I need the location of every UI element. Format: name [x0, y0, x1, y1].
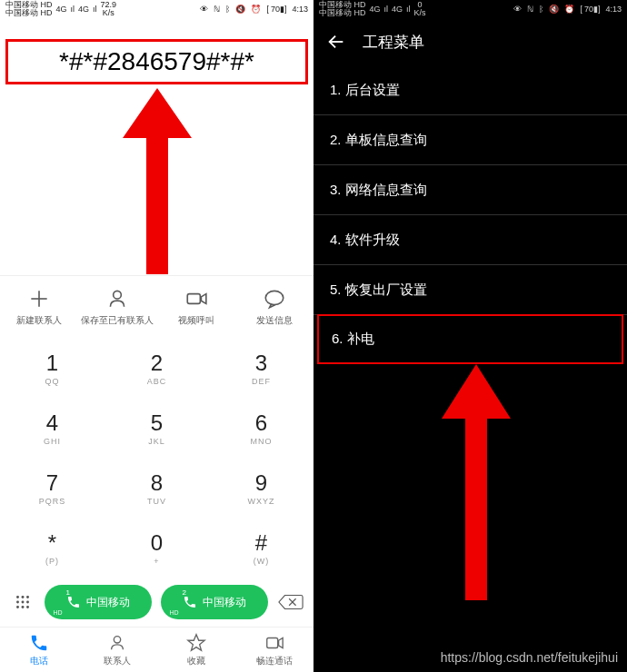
nfc-icon-r: ℕ — [527, 5, 533, 14]
menu-item-1[interactable]: 1. 后台设置 — [314, 65, 627, 115]
svg-point-3 — [114, 292, 122, 300]
svg-point-10 — [16, 601, 19, 604]
key-2[interactable]: 2ABC — [104, 338, 209, 398]
svg-point-12 — [26, 601, 29, 604]
key-sub: JKL — [148, 437, 165, 446]
key-#[interactable]: #(W) — [209, 518, 314, 578]
key-3[interactable]: 3DEF — [209, 338, 314, 398]
menu-item-4[interactable]: 4. 软件升级 — [314, 215, 627, 265]
svg-point-18 — [114, 636, 121, 642]
menu-list: 1. 后台设置2. 单板信息查询3. 网络信息查询4. 软件升级5. 恢复出厂设… — [314, 65, 627, 364]
key-sub: (P) — [45, 557, 59, 566]
signal-4g-2-r: 4G — [392, 5, 403, 14]
arrow-space-left — [0, 88, 314, 275]
keypad: 1QQ2ABC3DEF4GHI5JKL6MNO7PQRS8TUV9WXYZ*(P… — [0, 338, 314, 578]
save-contact-button[interactable]: 保存至已有联系人 — [78, 276, 156, 338]
back-arrow-button[interactable] — [326, 32, 346, 52]
video-icon — [184, 287, 208, 311]
keypad-row: *(P)0+#(W) — [0, 518, 314, 578]
key-6[interactable]: 6MNO — [209, 398, 314, 458]
send-msg-label: 发送信息 — [256, 314, 293, 327]
nav-smooth-label: 畅连通话 — [256, 655, 293, 667]
new-contact-label: 新建联系人 — [16, 314, 62, 327]
key-main: # — [255, 530, 267, 556]
svg-marker-21 — [278, 637, 283, 647]
battery-icon: [70▮] — [266, 5, 286, 14]
status-bar-left: 中国移动 HD 中国移动 HD 4G ıl 4G ıl 72.9 K/s 👁 ℕ… — [0, 0, 314, 17]
key-main: 7 — [46, 470, 58, 496]
key-main: 8 — [151, 470, 163, 496]
eye-icon-r: 👁 — [513, 5, 522, 14]
key-9[interactable]: 9WXYZ — [209, 458, 314, 518]
key-main: * — [48, 530, 56, 556]
key-*[interactable]: *(P) — [0, 518, 104, 578]
mute-icon-r: 🔇 — [549, 5, 559, 14]
call-row: 1 中国移动 HD 2 中国移动 HD — [0, 578, 314, 627]
menu-item-5[interactable]: 5. 恢复出厂设置 — [314, 265, 627, 315]
svg-point-15 — [26, 606, 29, 608]
watermark: https://blog.csdn.net/feitukejihui — [441, 650, 618, 665]
key-7[interactable]: 7PQRS — [0, 458, 104, 518]
nav-favorites-label: 收藏 — [187, 655, 205, 667]
status-carrier-right: 中国移动 HD 中国移动 HD 4G ıl 4G ıl 0 K/s — [319, 1, 426, 17]
red-arrow-left — [121, 88, 194, 274]
nav-phone-tab[interactable]: 电话 — [0, 628, 78, 672]
keypad-row: 1QQ2ABC3DEF — [0, 338, 314, 398]
mute-icon: 🔇 — [235, 5, 245, 14]
menu-item-3[interactable]: 3. 网络信息查询 — [314, 165, 627, 215]
person-icon — [105, 287, 129, 311]
call-button-sim1[interactable]: 1 中国移动 HD — [45, 585, 152, 619]
carrier-line2: 中国移动 HD — [5, 8, 53, 17]
save-contact-label: 保存至已有联系人 — [81, 314, 154, 327]
alarm-icon-r: ⏰ — [564, 5, 574, 14]
key-sub: QQ — [45, 377, 59, 386]
arrow-space-right — [314, 364, 627, 628]
new-contact-button[interactable]: 新建联系人 — [0, 276, 78, 338]
menu-title: 工程菜单 — [363, 32, 424, 53]
keypad-row: 7PQRS8TUV9WXYZ — [0, 458, 314, 518]
svg-point-14 — [21, 606, 24, 608]
backspace-button[interactable] — [277, 593, 304, 611]
menu-item-6[interactable]: 6. 补电 — [317, 314, 623, 364]
alarm-icon: ⏰ — [251, 5, 261, 14]
key-1[interactable]: 1QQ — [0, 338, 104, 398]
key-sub: WXYZ — [248, 497, 275, 506]
svg-point-6 — [265, 292, 284, 305]
signal-4g-1: 4G — [56, 5, 67, 14]
key-main: 2 — [151, 351, 163, 376]
bluetooth-icon-r: ᛒ — [539, 5, 543, 14]
dialed-number-highlight[interactable]: *#*#2846579#*#* — [5, 39, 308, 84]
sim1-num: 1 — [66, 588, 70, 597]
speech-icon — [263, 287, 286, 311]
call-button-sim2[interactable]: 2 中国移动 HD — [161, 585, 268, 619]
key-sub: TUV — [147, 497, 166, 506]
dialpad-toggle-icon[interactable] — [10, 589, 35, 615]
key-main: 5 — [151, 410, 163, 436]
nav-contacts-tab[interactable]: 联系人 — [78, 628, 156, 672]
bottom-nav: 电话 联系人 收藏 畅连通话 — [0, 627, 314, 672]
menu-header: 工程菜单 — [314, 18, 627, 65]
send-msg-button[interactable]: 发送信息 — [235, 276, 314, 338]
dial-display-wrap: *#*#2846579#*#* — [0, 17, 314, 88]
call-btn1-label: 中国移动 — [86, 595, 130, 610]
time-left: 4:13 — [292, 5, 308, 14]
key-5[interactable]: 5JKL — [104, 398, 209, 458]
nav-favorites-tab[interactable]: 收藏 — [157, 628, 235, 672]
key-sub: GHI — [44, 437, 61, 446]
key-4[interactable]: 4GHI — [0, 398, 104, 458]
time-r: 4:13 — [605, 5, 622, 14]
key-main: 1 — [46, 351, 58, 376]
key-0[interactable]: 0+ — [104, 518, 209, 578]
menu-item-2[interactable]: 2. 单板信息查询 — [314, 115, 627, 165]
bluetooth-icon: ᛒ — [225, 5, 230, 14]
dialer-action-row: 新建联系人 保存至已有联系人 视频呼叫 发送信息 — [0, 275, 314, 338]
svg-point-9 — [26, 596, 29, 598]
video-call-button[interactable]: 视频呼叫 — [157, 276, 235, 338]
hd-label1: HD — [54, 609, 63, 616]
nav-smooth-tab[interactable]: 畅连通话 — [235, 628, 314, 672]
carrier-line2-r: 中国移动 HD — [319, 8, 366, 17]
status-carrier-left: 中国移动 HD 中国移动 HD 4G ıl 4G ıl 72.9 K/s — [5, 1, 116, 17]
key-main: 4 — [46, 410, 58, 436]
key-8[interactable]: 8TUV — [104, 458, 209, 518]
svg-marker-5 — [201, 294, 205, 304]
